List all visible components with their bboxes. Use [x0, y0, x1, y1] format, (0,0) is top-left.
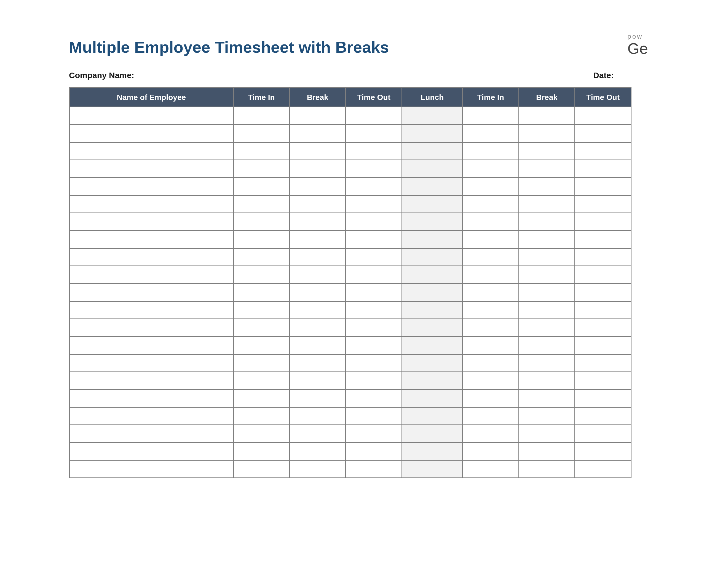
table-cell[interactable]	[290, 213, 346, 231]
table-cell[interactable]	[346, 337, 402, 354]
table-cell[interactable]	[402, 390, 462, 407]
table-cell[interactable]	[575, 425, 631, 443]
table-cell[interactable]	[519, 213, 575, 231]
table-cell[interactable]	[290, 302, 346, 319]
table-cell[interactable]	[233, 443, 290, 460]
table-cell[interactable]	[346, 213, 402, 231]
table-cell[interactable]	[575, 248, 631, 266]
table-cell[interactable]	[290, 125, 346, 142]
table-cell[interactable]	[346, 443, 402, 460]
table-cell[interactable]	[233, 178, 290, 195]
table-cell[interactable]	[69, 372, 234, 390]
table-cell[interactable]	[290, 460, 346, 478]
table-cell[interactable]	[462, 160, 519, 178]
table-cell[interactable]	[519, 425, 575, 443]
table-cell[interactable]	[402, 195, 462, 213]
table-cell[interactable]	[290, 107, 346, 125]
table-cell[interactable]	[233, 125, 290, 142]
table-cell[interactable]	[290, 284, 346, 302]
table-cell[interactable]	[462, 213, 519, 231]
table-cell[interactable]	[402, 443, 462, 460]
table-cell[interactable]	[69, 213, 234, 231]
table-cell[interactable]	[290, 195, 346, 213]
table-cell[interactable]	[402, 284, 462, 302]
table-cell[interactable]	[346, 319, 402, 337]
table-cell[interactable]	[346, 372, 402, 390]
table-cell[interactable]	[462, 142, 519, 160]
table-cell[interactable]	[575, 372, 631, 390]
table-cell[interactable]	[519, 284, 575, 302]
table-cell[interactable]	[290, 337, 346, 354]
table-cell[interactable]	[69, 248, 234, 266]
table-cell[interactable]	[575, 319, 631, 337]
table-cell[interactable]	[519, 319, 575, 337]
table-cell[interactable]	[519, 337, 575, 354]
table-cell[interactable]	[233, 107, 290, 125]
table-cell[interactable]	[462, 337, 519, 354]
table-cell[interactable]	[69, 407, 234, 425]
table-cell[interactable]	[519, 390, 575, 407]
table-cell[interactable]	[346, 390, 402, 407]
table-cell[interactable]	[519, 460, 575, 478]
table-cell[interactable]	[346, 248, 402, 266]
table-cell[interactable]	[575, 284, 631, 302]
table-cell[interactable]	[402, 178, 462, 195]
table-cell[interactable]	[519, 302, 575, 319]
table-cell[interactable]	[290, 319, 346, 337]
table-cell[interactable]	[69, 107, 234, 125]
table-cell[interactable]	[233, 302, 290, 319]
table-cell[interactable]	[519, 160, 575, 178]
table-cell[interactable]	[346, 284, 402, 302]
table-cell[interactable]	[402, 354, 462, 372]
table-cell[interactable]	[462, 231, 519, 248]
table-cell[interactable]	[290, 266, 346, 284]
table-cell[interactable]	[346, 302, 402, 319]
table-cell[interactable]	[69, 125, 234, 142]
table-cell[interactable]	[402, 160, 462, 178]
table-cell[interactable]	[575, 107, 631, 125]
table-cell[interactable]	[233, 319, 290, 337]
table-cell[interactable]	[519, 231, 575, 248]
table-cell[interactable]	[402, 248, 462, 266]
table-cell[interactable]	[575, 443, 631, 460]
table-cell[interactable]	[69, 284, 234, 302]
table-cell[interactable]	[519, 248, 575, 266]
table-cell[interactable]	[233, 337, 290, 354]
table-cell[interactable]	[519, 178, 575, 195]
table-cell[interactable]	[69, 266, 234, 284]
table-cell[interactable]	[462, 125, 519, 142]
table-cell[interactable]	[519, 266, 575, 284]
table-cell[interactable]	[519, 372, 575, 390]
table-cell[interactable]	[402, 302, 462, 319]
table-cell[interactable]	[346, 125, 402, 142]
table-cell[interactable]	[575, 460, 631, 478]
table-cell[interactable]	[462, 178, 519, 195]
table-cell[interactable]	[69, 178, 234, 195]
table-cell[interactable]	[233, 142, 290, 160]
table-cell[interactable]	[69, 142, 234, 160]
table-cell[interactable]	[290, 372, 346, 390]
table-cell[interactable]	[233, 460, 290, 478]
table-cell[interactable]	[575, 160, 631, 178]
table-cell[interactable]	[402, 231, 462, 248]
table-cell[interactable]	[346, 107, 402, 125]
table-cell[interactable]	[575, 354, 631, 372]
table-cell[interactable]	[290, 248, 346, 266]
table-cell[interactable]	[575, 337, 631, 354]
table-cell[interactable]	[290, 231, 346, 248]
table-cell[interactable]	[233, 425, 290, 443]
table-cell[interactable]	[462, 284, 519, 302]
table-cell[interactable]	[69, 390, 234, 407]
table-cell[interactable]	[346, 142, 402, 160]
table-cell[interactable]	[346, 266, 402, 284]
table-cell[interactable]	[346, 407, 402, 425]
table-cell[interactable]	[462, 107, 519, 125]
table-cell[interactable]	[519, 125, 575, 142]
table-cell[interactable]	[575, 178, 631, 195]
table-cell[interactable]	[575, 302, 631, 319]
table-cell[interactable]	[402, 372, 462, 390]
table-cell[interactable]	[233, 160, 290, 178]
table-cell[interactable]	[346, 231, 402, 248]
table-cell[interactable]	[402, 425, 462, 443]
table-cell[interactable]	[233, 354, 290, 372]
